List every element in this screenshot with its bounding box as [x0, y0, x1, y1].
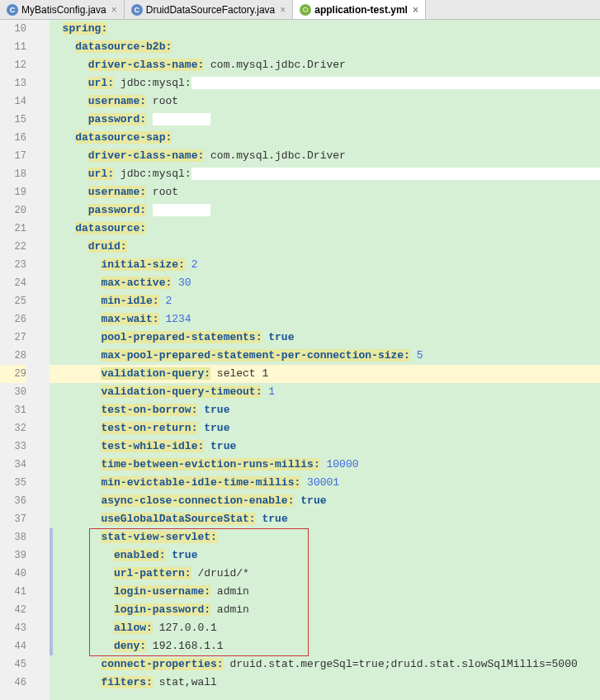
code-line[interactable]: initial-size: 2 — [50, 256, 600, 274]
tab-mybatisconfig[interactable]: C MyBatisConfig.java × — [0, 0, 125, 19]
line-number: 33 — [0, 438, 26, 456]
line-number: 18 — [0, 165, 26, 183]
line-number: 41 — [0, 583, 26, 601]
line-number: 12 — [0, 56, 26, 74]
code-line[interactable]: datasource-b2b: — [50, 38, 600, 56]
code-line[interactable]: spring: — [50, 20, 600, 38]
tab-label: DruidDataSourceFactory.java — [146, 4, 276, 16]
tab-label: application-test.yml — [314, 4, 408, 16]
code-line[interactable]: username: root — [50, 92, 600, 111]
code-line[interactable]: min-idle: 2 — [50, 292, 600, 310]
line-number: 44 — [0, 637, 26, 655]
line-number: 14 — [0, 92, 26, 111]
code-line[interactable]: validation-query: select 1 — [50, 365, 600, 383]
code-line[interactable]: test-on-return: true — [50, 419, 600, 438]
line-number: 17 — [0, 147, 26, 165]
code-area[interactable]: spring: datasource-b2b: driver-class-nam… — [50, 20, 600, 700]
fold-gutter — [33, 20, 50, 700]
line-number: 29 — [0, 365, 26, 383]
code-line[interactable]: async-close-connection-enable: true — [50, 492, 600, 510]
line-number: 31 — [0, 401, 26, 419]
line-number: 43 — [0, 619, 26, 637]
code-line[interactable]: useGlobalDataSourceStat: true — [50, 510, 600, 528]
line-number: 23 — [0, 256, 26, 274]
code-line[interactable]: max-active: 30 — [50, 274, 600, 292]
editor-tabs: C MyBatisConfig.java × C DruidDataSource… — [0, 0, 600, 20]
code-line[interactable]: driver-class-name: com.mysql.jdbc.Driver — [50, 56, 600, 74]
code-line[interactable]: test-while-idle: true — [50, 438, 600, 456]
code-line[interactable]: username: root — [50, 183, 600, 201]
code-line[interactable]: login-username: admin — [50, 583, 600, 601]
code-line[interactable]: validation-query-timeout: 1 — [50, 383, 600, 401]
code-line[interactable]: min-evictable-idle-time-millis: 30001 — [50, 474, 600, 492]
line-number: 42 — [0, 601, 26, 619]
line-number: 39 — [0, 546, 26, 565]
code-line[interactable]: password: — [50, 111, 600, 129]
close-icon[interactable]: × — [280, 4, 286, 16]
code-line[interactable]: time-between-eviction-runs-millis: 10000 — [50, 456, 600, 474]
line-number: 45 — [0, 655, 26, 674]
code-line[interactable]: url-pattern: /druid/* — [50, 565, 600, 583]
code-editor[interactable]: 1011121314151617181920212223242526272829… — [0, 20, 600, 700]
code-line[interactable]: filters: stat,wall — [50, 674, 600, 692]
line-number: 25 — [0, 292, 26, 310]
tab-label: MyBatisConfig.java — [21, 4, 106, 16]
tab-druiddatasourcefactory[interactable]: C DruidDataSourceFactory.java × — [125, 0, 294, 19]
code-line[interactable]: deny: 192.168.1.1 — [50, 637, 600, 655]
code-line[interactable]: pool-prepared-statements: true — [50, 329, 600, 347]
line-number: 34 — [0, 456, 26, 474]
code-line[interactable]: datasource-sap: — [50, 129, 600, 147]
code-line[interactable]: stat-view-servlet: — [50, 528, 600, 546]
code-line[interactable]: max-wait: 1234 — [50, 310, 600, 329]
code-line[interactable]: password: — [50, 201, 600, 220]
code-line[interactable]: max-pool-prepared-statement-per-connecti… — [50, 347, 600, 365]
code-line[interactable]: connect-properties: druid.stat.mergeSql=… — [50, 655, 600, 674]
line-number: 10 — [0, 20, 26, 38]
code-line[interactable]: datasource: — [50, 220, 600, 238]
java-class-icon: C — [7, 4, 18, 16]
close-icon[interactable]: × — [111, 4, 117, 16]
code-line[interactable]: login-password: admin — [50, 601, 600, 619]
line-number: 38 — [0, 528, 26, 546]
line-number: 36 — [0, 492, 26, 510]
line-number: 28 — [0, 347, 26, 365]
line-number: 20 — [0, 201, 26, 220]
code-line[interactable]: allow: 127.0.0.1 — [50, 619, 600, 637]
line-number: 21 — [0, 220, 26, 238]
code-line[interactable]: druid: — [50, 238, 600, 256]
line-number: 26 — [0, 310, 26, 329]
line-number: 30 — [0, 383, 26, 401]
close-icon[interactable]: × — [413, 4, 418, 16]
line-number: 19 — [0, 183, 26, 201]
code-line[interactable]: test-on-borrow: true — [50, 401, 600, 419]
line-number-gutter: 1011121314151617181920212223242526272829… — [0, 20, 33, 700]
line-number: 37 — [0, 510, 26, 528]
java-class-icon: C — [131, 4, 143, 16]
line-number: 24 — [0, 274, 26, 292]
tab-application-test-yml[interactable]: ⬡ application-test.yml × — [293, 0, 426, 19]
yml-file-icon: ⬡ — [300, 4, 311, 16]
code-line[interactable]: url: jdbc:mysql: — [50, 74, 600, 92]
line-number: 11 — [0, 38, 26, 56]
line-number: 22 — [0, 238, 26, 256]
line-number: 35 — [0, 474, 26, 492]
line-number: 13 — [0, 74, 26, 92]
line-number: 27 — [0, 329, 26, 347]
code-line[interactable]: driver-class-name: com.mysql.jdbc.Driver — [50, 147, 600, 165]
code-line[interactable]: enabled: true — [50, 546, 600, 565]
line-number: 46 — [0, 674, 26, 692]
line-number: 32 — [0, 419, 26, 438]
line-number: 40 — [0, 565, 26, 583]
line-number: 16 — [0, 129, 26, 147]
line-number: 15 — [0, 111, 26, 129]
code-line[interactable]: url: jdbc:mysql: — [50, 165, 600, 183]
